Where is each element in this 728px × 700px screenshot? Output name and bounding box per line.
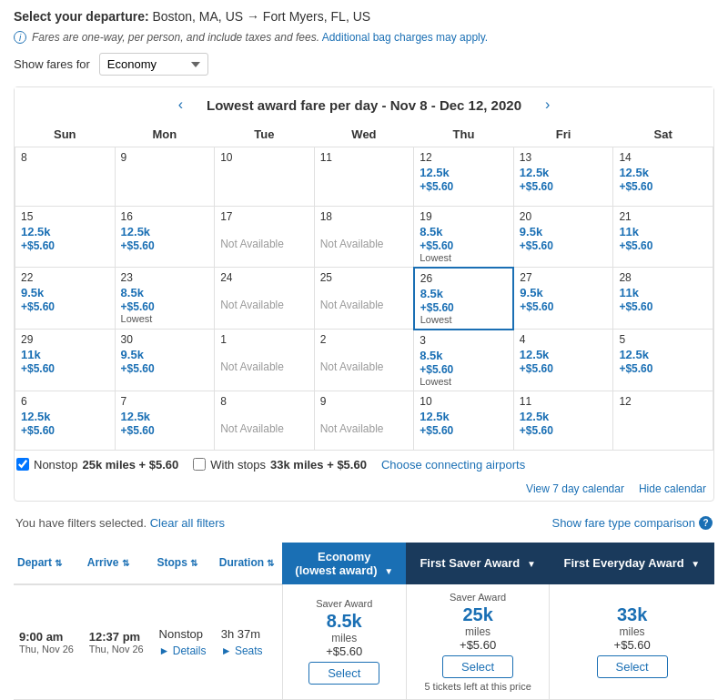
calendar-cell[interactable]: 1212.5k+$5.60 (414, 147, 514, 207)
calendar-cell[interactable]: 279.5k+$5.60 (513, 268, 613, 330)
calendar-title: Lowest award fare per day - Nov 8 - Dec … (207, 97, 521, 113)
filters-right[interactable]: Show fare type comparison ? (551, 516, 713, 530)
cell-na-label: Not Available (320, 238, 409, 250)
calendar-cell[interactable]: 1512.5k+$5.60 (15, 207, 116, 268)
calendar-cell[interactable]: 1312.5k+$5.60 (513, 147, 613, 207)
details-link[interactable]: ► Details (159, 644, 207, 657)
info-icon: i (14, 31, 26, 44)
cell-date: 8 (220, 395, 308, 408)
fare-type-label: Saver Award (412, 592, 543, 603)
cell-date: 15 (21, 210, 109, 223)
view-7day-link[interactable]: View 7 day calendar (526, 482, 624, 495)
calendar-cell[interactable]: 2911k+$5.60 (15, 330, 116, 391)
calendar-cell[interactable]: 209.5k+$5.60 (513, 207, 613, 268)
duration-cell: 3h 37m► Seats (216, 584, 282, 700)
cell-date: 9 (320, 395, 409, 408)
depart-cell: 9:00 amThu, Nov 26 (14, 584, 84, 700)
calendar-cell[interactable]: 309.5k+$5.60 (115, 330, 215, 391)
calendar-cell[interactable]: 2111k+$5.60 (613, 207, 713, 268)
select-button[interactable]: Select (597, 655, 668, 678)
sort-duration[interactable]: Duration ⇅ (216, 543, 282, 584)
cell-date: 12 (619, 395, 707, 408)
select-button[interactable]: Select (442, 655, 513, 678)
sort-stops[interactable]: Stops ⇅ (154, 543, 216, 584)
comparison-link[interactable]: Show fare type comparison (551, 516, 695, 530)
calendar-cell[interactable]: 1412.5k+$5.60 (613, 147, 713, 207)
cell-na-label: Not Available (220, 238, 308, 250)
seats-link[interactable]: ► Seats (221, 644, 263, 657)
calendar-cell[interactable]: 2811k+$5.60 (613, 268, 713, 330)
cell-fare: 12.5k (420, 166, 508, 180)
cell-fare: 9.5k (21, 286, 109, 300)
calendar-cell[interactable]: 712.5k+$5.60 (115, 391, 215, 450)
cell-fare: 12.5k (520, 166, 608, 180)
cell-fee: +$5.60 (619, 180, 707, 193)
cell-date: 12 (420, 151, 508, 164)
sort-depart[interactable]: Depart ⇅ (14, 543, 84, 584)
calendar-cell[interactable]: 198.5k+$5.60Lowest (414, 207, 514, 268)
calendar-cell[interactable]: 412.5k+$5.60 (513, 330, 613, 391)
cell-fare: 8.5k (420, 287, 508, 301)
with-stops-checkbox[interactable] (193, 458, 206, 471)
cell-date: 14 (619, 151, 707, 164)
results-table: Depart ⇅ Arrive ⇅ Stops ⇅ Duration ⇅ Eco… (14, 543, 714, 700)
calendar-cell: 2Not Available (314, 330, 414, 391)
cell-na-label: Not Available (320, 422, 409, 435)
calendar-cell: 12 (613, 391, 713, 450)
calendar-cell[interactable]: 238.5k+$5.60Lowest (115, 268, 215, 330)
hide-calendar-link[interactable]: Hide calendar (639, 482, 706, 495)
calendar-cell[interactable]: 1612.5k+$5.60 (115, 207, 215, 268)
fare-header-saver: First Saver Award ▼ (406, 543, 549, 584)
cell-date: 24 (220, 271, 308, 284)
nonstop-miles: 25k miles + $5.60 (82, 458, 178, 472)
cell-date: 27 (520, 271, 607, 284)
cell-lowest-label: Lowest (420, 314, 508, 325)
calendar-cell[interactable]: 1012.5k+$5.60 (414, 391, 514, 450)
cell-fee: +$5.60 (121, 300, 209, 313)
choose-airports-link[interactable]: Choose connecting airports (381, 458, 525, 472)
bag-charges-link[interactable]: Additional bag charges may apply. (322, 31, 489, 44)
stops-cell: Nonstop► Details (154, 584, 216, 700)
fares-note-text: Fares are one-way, per person, and inclu… (32, 31, 488, 44)
nonstop-checkbox[interactable] (16, 458, 29, 471)
calendar-prev-button[interactable]: ‹ (173, 95, 188, 115)
cell-date: 6 (21, 395, 109, 408)
cell-fare: 12.5k (520, 410, 608, 424)
calendar-cell: 24Not Available (215, 268, 315, 330)
fare-cell-1: Saver Award25kmiles+$5.60Select5 tickets… (406, 584, 549, 700)
calendar-day-header: Wed (314, 122, 414, 147)
fare-header-economy: Economy(lowest award) ▼ (282, 543, 406, 584)
calendar-cell: 25Not Available (314, 268, 414, 330)
calendar-cell[interactable]: 612.5k+$5.60 (15, 391, 116, 450)
cell-fee: +$5.60 (520, 180, 608, 193)
calendar-cell[interactable]: 229.5k+$5.60 (15, 268, 116, 330)
calendar-cell[interactable]: 512.5k+$5.60 (613, 330, 713, 391)
nonstop-checkbox-label[interactable]: Nonstop 25k miles + $5.60 (16, 458, 178, 472)
calendar-cell: 17Not Available (215, 207, 315, 268)
calendar-day-header: Sat (613, 122, 713, 147)
depart-time: 9:00 am (19, 630, 78, 644)
fare-type-select[interactable]: Economy Business First (99, 53, 208, 76)
fare-miles: 25k (412, 604, 543, 625)
cell-fare: 12.5k (619, 348, 707, 362)
fare-fee: +$5.60 (288, 644, 400, 658)
calendar-cell[interactable]: 268.5k+$5.60Lowest (414, 268, 514, 330)
calendar-next-button[interactable]: › (540, 95, 555, 115)
fare-miles: 33k (555, 604, 709, 625)
sort-arrive[interactable]: Arrive ⇅ (84, 543, 154, 584)
cell-date: 11 (320, 151, 409, 164)
cell-date: 5 (619, 333, 707, 346)
with-stops-checkbox-label[interactable]: With stops 33k miles + $5.60 (193, 458, 367, 472)
help-icon[interactable]: ? (699, 516, 713, 530)
calendar-cell[interactable]: 1112.5k+$5.60 (513, 391, 613, 450)
clear-filters-link[interactable]: Clear all filters (150, 516, 225, 530)
cell-na-label: Not Available (220, 299, 308, 311)
calendar-cell: 11 (314, 147, 414, 207)
cell-fee: +$5.60 (420, 424, 508, 437)
stops-value: Nonstop (159, 627, 210, 641)
arrive-cell: 12:37 pmThu, Nov 26 (84, 584, 154, 700)
select-button[interactable]: Select (308, 662, 379, 685)
cell-fare: 12.5k (619, 166, 707, 180)
calendar-cell[interactable]: 38.5k+$5.60Lowest (414, 330, 514, 391)
cell-date: 3 (420, 334, 508, 347)
